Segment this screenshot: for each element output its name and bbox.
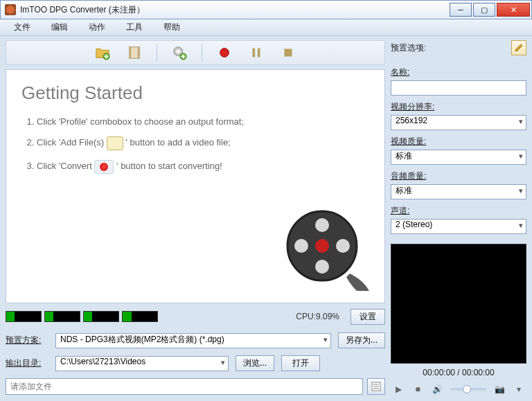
step-2: Click 'Add File(s) ' button to add a vid… — [37, 136, 369, 150]
save-as-button[interactable]: 另存为... — [338, 332, 385, 348]
profile-label: 预置方案: — [6, 335, 48, 346]
titlebar: ImTOO DPG Converter (未注册） ─ ▢ ✕ — [0, 0, 532, 19]
volume-icon[interactable]: 🔊 — [431, 383, 443, 395]
record-icon — [217, 45, 232, 60]
video-quality-combobox[interactable]: 标准 — [391, 150, 526, 165]
pause-icon — [249, 45, 264, 60]
convert-button[interactable] — [215, 43, 234, 62]
stop-button[interactable] — [278, 43, 298, 62]
cpu-bar — [122, 311, 158, 322]
window-title: ImTOO DPG Converter (未注册） — [20, 4, 450, 16]
clip-button[interactable] — [125, 43, 144, 62]
cpu-row: CPU:9.09% 设置 — [6, 308, 385, 326]
audio-quality-label: 音频质量: — [391, 170, 526, 182]
cpu-bars — [6, 311, 158, 322]
svg-point-14 — [315, 260, 329, 274]
preset-header: 预置选项: — [391, 40, 526, 55]
audio-quality-combobox[interactable]: 标准 — [391, 184, 526, 199]
svg-rect-8 — [253, 48, 256, 57]
film-icon — [127, 45, 142, 60]
snapshot-button[interactable]: 📷 — [493, 383, 506, 395]
browse-button[interactable]: 浏览... — [236, 355, 274, 371]
svg-rect-10 — [285, 49, 292, 57]
play-button[interactable]: ▶ — [392, 383, 405, 395]
stop-icon — [281, 45, 296, 60]
profile-settings-button[interactable] — [170, 43, 189, 62]
maximize-button[interactable]: ▢ — [473, 3, 495, 17]
menu-file[interactable]: 文件 — [4, 19, 40, 35]
video-quality-label: 视频质量: — [391, 136, 526, 148]
getting-started-title: Getting Started — [21, 82, 369, 104]
open-button[interactable]: 打开 — [281, 355, 320, 371]
getting-started-panel: Getting Started Click 'Profile' combobox… — [6, 69, 385, 303]
name-input[interactable] — [391, 80, 526, 96]
folder-add-icon — [95, 45, 110, 60]
app-icon — [5, 4, 16, 15]
cpu-bar — [83, 311, 119, 322]
svg-rect-2 — [130, 47, 132, 59]
cpu-bar — [6, 311, 42, 322]
inline-record-icon — [94, 160, 114, 174]
svg-point-5 — [176, 49, 179, 53]
time-display: 00:00:00 / 00:00:00 — [391, 368, 526, 377]
menubar: 文件 编辑 动作 工具 帮助 — [0, 19, 532, 36]
channel-combobox[interactable]: 2 (Stereo) — [391, 219, 526, 234]
name-label: 名称: — [391, 66, 526, 78]
menu-action[interactable]: 动作 — [79, 19, 115, 35]
step-1: Click 'Profile' combobox to choose an ou… — [37, 116, 369, 127]
minimize-button[interactable]: ─ — [450, 3, 472, 17]
step-3: Click 'Convert ' button to start convert… — [37, 160, 369, 174]
pause-button[interactable] — [247, 43, 266, 62]
svg-rect-9 — [258, 48, 260, 57]
window-controls: ─ ▢ ✕ — [450, 3, 530, 17]
svg-point-12 — [315, 239, 329, 253]
svg-point-13 — [315, 218, 329, 232]
video-preview — [391, 244, 526, 364]
pencil-icon — [515, 44, 523, 52]
document-icon — [371, 382, 381, 391]
gear-add-icon — [172, 45, 187, 60]
svg-point-15 — [294, 239, 308, 253]
toolbar — [6, 40, 385, 65]
output-dir-combobox[interactable]: C:\Users\27213\Videos — [55, 356, 229, 371]
close-button[interactable]: ✕ — [497, 3, 530, 17]
channel-label: 声道: — [391, 205, 526, 217]
inline-folder-icon — [107, 136, 123, 150]
cpu-usage-label: CPU:9.09% — [296, 312, 339, 321]
svg-point-7 — [220, 48, 229, 57]
file-list-button[interactable] — [367, 378, 385, 395]
preset-edit-button[interactable] — [511, 40, 526, 55]
menu-tools[interactable]: 工具 — [116, 19, 152, 35]
menu-edit[interactable]: 编辑 — [42, 19, 78, 35]
film-reel-icon — [281, 204, 371, 294]
output-dir-label: 输出目录: — [6, 357, 48, 369]
profile-combobox[interactable]: NDS - DPG3格式视频(MP2格式音频) (*.dpg) — [55, 333, 331, 348]
resolution-label: 视频分辨率: — [391, 101, 526, 113]
add-file-input[interactable] — [6, 378, 363, 395]
add-file-button[interactable] — [93, 43, 112, 62]
cpu-bar — [44, 311, 80, 322]
snapshot-menu-button[interactable]: ▾ — [513, 383, 525, 395]
svg-point-16 — [336, 239, 350, 253]
resolution-combobox[interactable]: 256x192 — [391, 115, 526, 130]
playback-controls: ▶ ■ 🔊 📷 ▾ — [391, 383, 526, 395]
svg-rect-3 — [138, 47, 140, 59]
preset-header-label: 预置选项: — [391, 42, 426, 54]
volume-slider[interactable] — [450, 388, 486, 391]
stop-playback-button[interactable]: ■ — [411, 383, 424, 395]
cpu-settings-button[interactable]: 设置 — [351, 309, 385, 325]
menu-help[interactable]: 帮助 — [154, 19, 190, 35]
